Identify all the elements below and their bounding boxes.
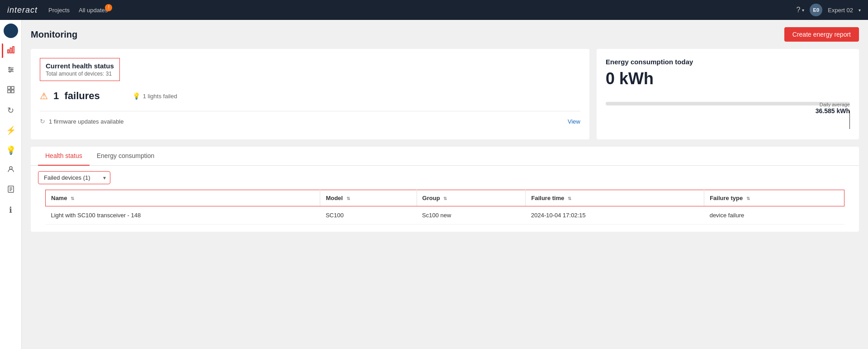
energy-value: 0 kWh: [606, 69, 850, 88]
updates-badge: !: [105, 4, 112, 11]
energy-title: Energy consumption today: [606, 58, 850, 66]
filter-row: Failed devices (1) All devices OK device…: [31, 166, 859, 190]
sort-failure-type-icon: ⇅: [746, 196, 750, 201]
sort-name-icon: ⇅: [71, 196, 74, 201]
sidebar: ↻ ⚡ 💡 ℹ: [0, 20, 22, 349]
col-failure-time[interactable]: Failure time ⇅: [526, 190, 704, 206]
small-bulb-icon: 💡: [133, 92, 140, 100]
dropdown-arrow-icon: ▾: [802, 8, 804, 13]
cell-group: Sc100 new: [417, 206, 526, 225]
failures-row: ⚠ 1 failures 💡 1 lights failed: [40, 90, 580, 102]
view-link[interactable]: View: [568, 118, 580, 125]
energy-chart-area: Daily average 36.585 kWh: [606, 102, 850, 129]
page-header: Monitoring Create energy report: [31, 27, 859, 42]
cards-row: Current health status Total amount of de…: [31, 49, 859, 139]
svg-rect-12: [11, 90, 14, 93]
firmware-refresh-icon: ↻: [40, 118, 45, 125]
cell-name: Light with SC100 transceiver - 148: [46, 206, 320, 225]
question-icon: ?: [796, 6, 800, 14]
devices-table: Name ⇅ Model ⇅ Group ⇅: [45, 190, 844, 225]
svg-point-6: [9, 67, 10, 68]
app-logo: interact: [7, 5, 38, 15]
sidebar-item-monitoring[interactable]: [2, 42, 20, 60]
sidebar-item-settings[interactable]: [2, 62, 20, 80]
svg-point-7: [11, 69, 12, 70]
top-navigation: interact Projects All updates ! ? ▾ E0 E…: [0, 0, 868, 20]
info-icon: ℹ: [9, 205, 12, 215]
svg-rect-9: [8, 86, 10, 89]
health-card-header: Current health status Total amount of de…: [40, 58, 120, 81]
sidebar-item-dashboard[interactable]: [2, 81, 20, 100]
health-card-subtitle: Total amount of devices: 31: [46, 71, 114, 77]
bar-chart-icon: [7, 46, 15, 56]
energy-bar: [606, 102, 850, 105]
health-card: Current health status Total amount of de…: [31, 49, 589, 139]
sort-failure-time-icon: ⇅: [568, 196, 571, 201]
failed-devices-dropdown-wrapper: Failed devices (1) All devices OK device…: [38, 171, 110, 184]
lights-failed: 💡 1 lights failed: [133, 92, 177, 100]
sidebar-avatar: [4, 24, 18, 38]
nav-links: Projects All updates !: [48, 7, 108, 14]
failed-devices-dropdown[interactable]: Failed devices (1) All devices OK device…: [38, 171, 110, 184]
sliders-icon: [7, 66, 15, 76]
firmware-text: ↻ 1 firmware updates available: [40, 118, 123, 125]
health-card-title: Current health status: [46, 62, 114, 70]
cell-failure-time: 2024-10-04 17:02:15: [526, 206, 704, 225]
lightning-icon: ⚡: [6, 125, 16, 135]
warning-icon: ⚠: [40, 91, 48, 101]
svg-rect-10: [11, 86, 14, 89]
refresh-icon: ↻: [7, 105, 14, 115]
document-icon: [7, 185, 15, 196]
bottom-section: Health status Energy consumption Failed …: [31, 147, 859, 232]
user-dropdown-icon[interactable]: ▾: [859, 8, 861, 13]
sidebar-item-reports[interactable]: [2, 181, 20, 199]
tab-health-status[interactable]: Health status: [38, 147, 90, 166]
help-button[interactable]: ? ▾: [796, 6, 804, 14]
devices-table-wrapper: Name ⇅ Model ⇅ Group ⇅: [31, 190, 859, 232]
main-content: Monitoring Create energy report Current …: [22, 20, 868, 349]
sort-group-icon: ⇅: [443, 196, 447, 201]
energy-card: Energy consumption today 0 kWh Daily ave…: [597, 49, 859, 139]
cell-model: SC100: [320, 206, 417, 225]
svg-point-13: [9, 167, 12, 169]
svg-point-8: [9, 71, 10, 72]
sidebar-item-users[interactable]: [2, 161, 20, 179]
table-row: Light with SC100 transceiver - 148 SC100…: [46, 206, 844, 225]
firmware-row: ↻ 1 firmware updates available View: [40, 111, 580, 125]
failures-text: 1 failures: [53, 90, 100, 102]
sidebar-item-energy[interactable]: ⚡: [2, 121, 20, 139]
grid-icon: [7, 86, 15, 96]
tab-energy-consumption[interactable]: Energy consumption: [90, 147, 162, 166]
daily-average-label: Daily average 36.585 kWh: [816, 102, 850, 115]
sidebar-item-scenes[interactable]: 💡: [2, 141, 20, 159]
users-icon: [7, 165, 15, 176]
tabs-bar: Health status Energy consumption: [31, 147, 859, 166]
col-group[interactable]: Group ⇅: [417, 190, 526, 206]
cell-failure-type: device failure: [704, 206, 844, 225]
nav-all-updates[interactable]: All updates !: [79, 7, 108, 14]
average-line: [849, 111, 850, 129]
user-avatar: E0: [810, 4, 822, 16]
nav-right: ? ▾ E0 Expert 02 ▾: [796, 4, 861, 16]
bulb-icon: 💡: [6, 145, 16, 155]
table-body: Light with SC100 transceiver - 148 SC100…: [46, 206, 844, 225]
table-header-row: Name ⇅ Model ⇅ Group ⇅: [46, 190, 844, 206]
svg-rect-11: [8, 90, 10, 93]
col-name[interactable]: Name ⇅: [46, 190, 320, 206]
col-model[interactable]: Model ⇅: [320, 190, 417, 206]
create-report-button[interactable]: Create energy report: [784, 27, 859, 42]
col-failure-type[interactable]: Failure type ⇅: [704, 190, 844, 206]
nav-projects[interactable]: Projects: [48, 7, 70, 14]
app-body: ↻ ⚡ 💡 ℹ: [0, 20, 868, 349]
svg-rect-1: [10, 48, 11, 53]
sidebar-item-refresh[interactable]: ↻: [2, 101, 20, 120]
sort-model-icon: ⇅: [346, 196, 350, 201]
user-name[interactable]: Expert 02: [828, 7, 853, 14]
svg-rect-0: [8, 50, 9, 53]
sidebar-item-info[interactable]: ℹ: [2, 201, 20, 219]
svg-rect-2: [13, 47, 14, 53]
page-title: Monitoring: [31, 29, 77, 40]
